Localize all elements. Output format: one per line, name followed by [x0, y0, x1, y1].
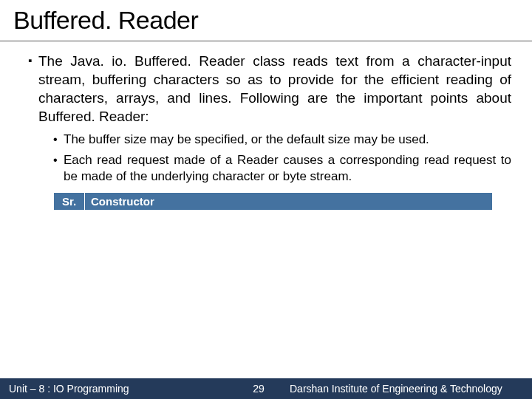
- bullet-text: The buffer size may be specified, or the…: [64, 132, 429, 148]
- bullet-text: Each read request made of a Reader cause…: [64, 152, 511, 185]
- col-header-constructor: Constructor: [85, 193, 493, 211]
- square-bullet-icon: ▪: [28, 52, 38, 126]
- dot-bullet-icon: •: [53, 152, 64, 185]
- list-item: • Each read request made of a Reader cau…: [53, 152, 511, 185]
- slide: Buffered. Reader ▪ The Java. io. Buffere…: [0, 0, 532, 399]
- list-item: • The buffer size may be specified, or t…: [53, 132, 511, 148]
- constructor-table: Sr. Constructor: [53, 192, 493, 211]
- page-title: Buffered. Reader: [13, 6, 519, 35]
- dot-bullet-icon: •: [53, 132, 64, 148]
- footer-bar: Unit – 8 : IO Programming 29 Darshan Ins…: [0, 378, 532, 399]
- table-header-row: Sr. Constructor: [54, 193, 493, 211]
- sub-list: • The buffer size may be specified, or t…: [28, 132, 511, 185]
- table-wrap: Sr. Constructor: [28, 192, 511, 211]
- col-header-sr: Sr.: [54, 193, 85, 211]
- title-area: Buffered. Reader: [0, 0, 532, 39]
- footer-page-number: 29: [236, 383, 281, 395]
- footer-unit: Unit – 8 : IO Programming: [0, 383, 236, 395]
- title-divider: [0, 41, 532, 41]
- footer-institute: Darshan Institute of Engineering & Techn…: [281, 383, 532, 395]
- content-area: ▪ The Java. io. Buffered. Reader class r…: [0, 52, 532, 399]
- bullet-text: The Java. io. Buffered. Reader class rea…: [38, 52, 511, 126]
- list-item: ▪ The Java. io. Buffered. Reader class r…: [28, 52, 511, 126]
